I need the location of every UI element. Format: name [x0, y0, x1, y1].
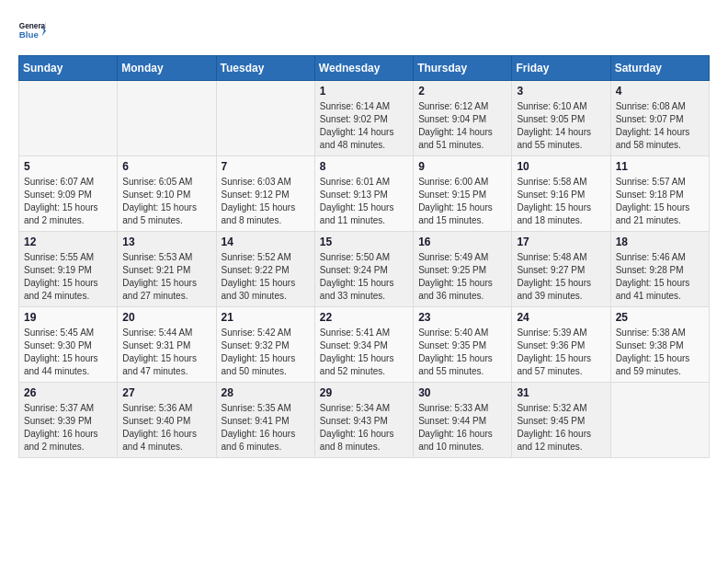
day-number: 14	[222, 236, 310, 248]
day-number: 29	[320, 386, 408, 399]
calendar-cell: 25Sunrise: 5:38 AMSunset: 9:38 PMDayligh…	[610, 307, 709, 383]
day-info: Sunrise: 5:44 AMSunset: 9:31 PMDaylight:…	[122, 327, 210, 378]
day-number: 28	[222, 386, 310, 399]
calendar-cell: 19Sunrise: 5:45 AMSunset: 9:30 PMDayligh…	[19, 307, 118, 383]
day-number: 22	[320, 311, 408, 324]
calendar-cell: 4Sunrise: 6:08 AMSunset: 9:07 PMDaylight…	[610, 81, 709, 156]
calendar-cell: 18Sunrise: 5:46 AMSunset: 9:28 PMDayligh…	[610, 232, 709, 307]
day-number: 6	[122, 160, 210, 173]
day-number: 21	[222, 311, 310, 324]
calendar-cell: 2Sunrise: 6:12 AMSunset: 9:04 PMDaylight…	[414, 81, 512, 156]
day-number: 18	[616, 236, 704, 248]
calendar-cell: 21Sunrise: 5:42 AMSunset: 9:32 PMDayligh…	[216, 307, 314, 383]
day-info: Sunrise: 6:12 AMSunset: 9:04 PMDaylight:…	[418, 100, 506, 152]
day-info: Sunrise: 6:07 AMSunset: 9:09 PMDaylight:…	[24, 176, 112, 227]
calendar-cell: 8Sunrise: 6:01 AMSunset: 9:13 PMDaylight…	[314, 156, 413, 232]
calendar-cell: 9Sunrise: 6:00 AMSunset: 9:15 PMDaylight…	[414, 156, 512, 232]
calendar-cell	[216, 81, 314, 156]
day-number: 12	[24, 236, 112, 248]
day-info: Sunrise: 5:41 AMSunset: 9:34 PMDaylight:…	[320, 327, 408, 378]
day-info: Sunrise: 6:03 AMSunset: 9:12 PMDaylight:…	[222, 176, 310, 227]
weekday-header-wednesday: Wednesday	[314, 56, 413, 81]
day-info: Sunrise: 5:39 AMSunset: 9:36 PMDaylight:…	[517, 327, 605, 378]
calendar-cell: 13Sunrise: 5:53 AMSunset: 9:21 PMDayligh…	[118, 232, 216, 307]
day-info: Sunrise: 6:08 AMSunset: 9:07 PMDaylight:…	[616, 100, 704, 152]
calendar-cell: 17Sunrise: 5:48 AMSunset: 9:27 PMDayligh…	[512, 232, 610, 307]
calendar-cell: 16Sunrise: 5:49 AMSunset: 9:25 PMDayligh…	[414, 232, 512, 307]
day-number: 25	[616, 311, 704, 324]
day-number: 9	[418, 160, 506, 173]
page-header: General Blue	[18, 18, 710, 46]
day-number: 31	[517, 386, 605, 399]
calendar-cell: 6Sunrise: 6:05 AMSunset: 9:10 PMDaylight…	[118, 156, 216, 232]
day-info: Sunrise: 5:52 AMSunset: 9:22 PMDaylight:…	[222, 251, 310, 303]
day-info: Sunrise: 5:45 AMSunset: 9:30 PMDaylight:…	[24, 327, 112, 378]
day-info: Sunrise: 5:38 AMSunset: 9:38 PMDaylight:…	[616, 327, 704, 378]
calendar-week-row: 5Sunrise: 6:07 AMSunset: 9:09 PMDaylight…	[19, 156, 710, 232]
day-info: Sunrise: 5:36 AMSunset: 9:40 PMDaylight:…	[122, 402, 210, 454]
calendar-cell: 15Sunrise: 5:50 AMSunset: 9:24 PMDayligh…	[314, 232, 413, 307]
calendar-week-row: 19Sunrise: 5:45 AMSunset: 9:30 PMDayligh…	[19, 307, 710, 383]
day-number: 19	[24, 311, 112, 324]
calendar-cell: 30Sunrise: 5:33 AMSunset: 9:44 PMDayligh…	[414, 383, 512, 458]
calendar-cell	[610, 383, 709, 458]
weekday-header-tuesday: Tuesday	[216, 56, 314, 81]
calendar-cell: 28Sunrise: 5:35 AMSunset: 9:41 PMDayligh…	[216, 383, 314, 458]
day-info: Sunrise: 5:33 AMSunset: 9:44 PMDaylight:…	[418, 402, 506, 454]
day-number: 2	[418, 85, 506, 98]
day-number: 23	[418, 311, 506, 324]
day-number: 10	[517, 160, 605, 173]
calendar-cell: 12Sunrise: 5:55 AMSunset: 9:19 PMDayligh…	[19, 232, 118, 307]
calendar-week-row: 12Sunrise: 5:55 AMSunset: 9:19 PMDayligh…	[19, 232, 710, 307]
day-info: Sunrise: 5:46 AMSunset: 9:28 PMDaylight:…	[616, 251, 704, 303]
day-info: Sunrise: 5:49 AMSunset: 9:25 PMDaylight:…	[418, 251, 506, 303]
calendar-cell: 31Sunrise: 5:32 AMSunset: 9:45 PMDayligh…	[512, 383, 610, 458]
calendar-cell: 22Sunrise: 5:41 AMSunset: 9:34 PMDayligh…	[314, 307, 413, 383]
day-info: Sunrise: 5:58 AMSunset: 9:16 PMDaylight:…	[517, 176, 605, 227]
day-info: Sunrise: 6:10 AMSunset: 9:05 PMDaylight:…	[517, 100, 605, 152]
day-number: 13	[122, 236, 210, 248]
weekday-header-sunday: Sunday	[19, 56, 118, 81]
weekday-header-monday: Monday	[118, 56, 216, 81]
calendar-cell	[19, 81, 118, 156]
day-number: 15	[320, 236, 408, 248]
day-info: Sunrise: 5:42 AMSunset: 9:32 PMDaylight:…	[222, 327, 310, 378]
day-info: Sunrise: 5:40 AMSunset: 9:35 PMDaylight:…	[418, 327, 506, 378]
day-info: Sunrise: 5:57 AMSunset: 9:18 PMDaylight:…	[616, 176, 704, 227]
calendar-cell: 24Sunrise: 5:39 AMSunset: 9:36 PMDayligh…	[512, 307, 610, 383]
day-number: 8	[320, 160, 408, 173]
day-info: Sunrise: 5:55 AMSunset: 9:19 PMDaylight:…	[24, 251, 112, 303]
day-number: 1	[320, 85, 408, 98]
day-number: 20	[122, 311, 210, 324]
calendar-cell: 10Sunrise: 5:58 AMSunset: 9:16 PMDayligh…	[512, 156, 610, 232]
weekday-header-thursday: Thursday	[414, 56, 512, 81]
calendar-week-row: 1Sunrise: 6:14 AMSunset: 9:02 PMDaylight…	[19, 81, 710, 156]
day-number: 30	[418, 386, 506, 399]
calendar-cell: 27Sunrise: 5:36 AMSunset: 9:40 PMDayligh…	[118, 383, 216, 458]
day-number: 3	[517, 85, 605, 98]
svg-text:Blue: Blue	[19, 29, 40, 40]
calendar-cell: 29Sunrise: 5:34 AMSunset: 9:43 PMDayligh…	[314, 383, 413, 458]
day-info: Sunrise: 5:37 AMSunset: 9:39 PMDaylight:…	[24, 402, 112, 454]
day-info: Sunrise: 6:00 AMSunset: 9:15 PMDaylight:…	[418, 176, 506, 227]
calendar-cell: 26Sunrise: 5:37 AMSunset: 9:39 PMDayligh…	[19, 383, 118, 458]
weekday-header-saturday: Saturday	[610, 56, 709, 81]
day-info: Sunrise: 6:05 AMSunset: 9:10 PMDaylight:…	[122, 176, 210, 227]
logo-icon: General Blue	[18, 18, 46, 46]
day-info: Sunrise: 5:35 AMSunset: 9:41 PMDaylight:…	[222, 402, 310, 454]
calendar-cell: 5Sunrise: 6:07 AMSunset: 9:09 PMDaylight…	[19, 156, 118, 232]
day-info: Sunrise: 6:01 AMSunset: 9:13 PMDaylight:…	[320, 176, 408, 227]
calendar-cell	[118, 81, 216, 156]
weekday-header-friday: Friday	[512, 56, 610, 81]
day-number: 24	[517, 311, 605, 324]
calendar-cell: 3Sunrise: 6:10 AMSunset: 9:05 PMDaylight…	[512, 81, 610, 156]
calendar-cell: 20Sunrise: 5:44 AMSunset: 9:31 PMDayligh…	[118, 307, 216, 383]
day-number: 11	[616, 160, 704, 173]
logo: General Blue	[18, 18, 46, 46]
day-number: 7	[222, 160, 310, 173]
day-number: 26	[24, 386, 112, 399]
day-info: Sunrise: 5:50 AMSunset: 9:24 PMDaylight:…	[320, 251, 408, 303]
day-info: Sunrise: 6:14 AMSunset: 9:02 PMDaylight:…	[320, 100, 408, 152]
weekday-header-row: SundayMondayTuesdayWednesdayThursdayFrid…	[19, 56, 710, 81]
day-info: Sunrise: 5:32 AMSunset: 9:45 PMDaylight:…	[517, 402, 605, 454]
